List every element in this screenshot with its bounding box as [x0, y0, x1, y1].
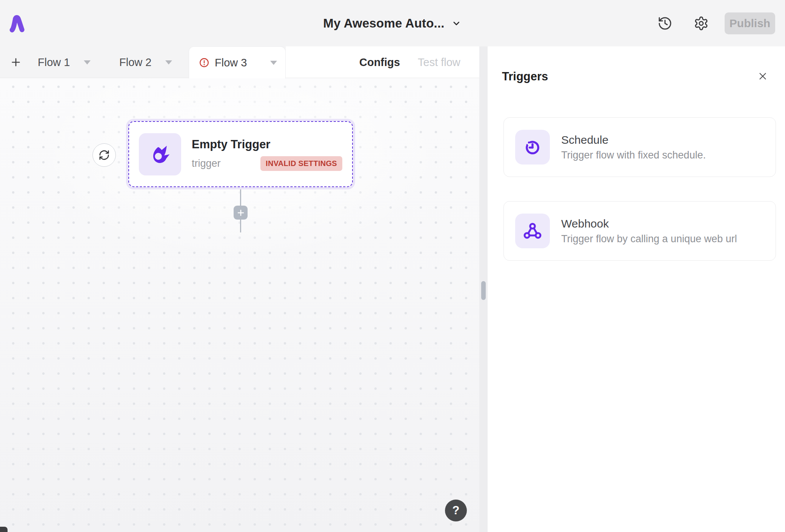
trigger-node[interactable]: Empty Trigger trigger INVALID SETTINGS — [128, 121, 353, 187]
history-icon — [657, 16, 673, 31]
trigger-node-text: Empty Trigger trigger INVALID SETTINGS — [192, 138, 342, 171]
flow-canvas[interactable]: Empty Trigger trigger INVALID SETTINGS — [0, 78, 479, 532]
card-description: Trigger flow with fixed schedule. — [561, 149, 706, 161]
dropdown-caret-icon — [165, 60, 172, 65]
swap-trigger-button[interactable] — [92, 143, 116, 167]
tab-configs[interactable]: Configs — [359, 56, 400, 69]
trigger-icon-box — [139, 133, 181, 175]
flame-icon — [148, 143, 172, 166]
add-step-button[interactable] — [234, 206, 248, 220]
dropdown-caret-icon — [270, 61, 277, 65]
card-text: Schedule Trigger flow with fixed schedul… — [561, 134, 706, 161]
trigger-node-subtitle: trigger — [192, 158, 221, 169]
card-description: Trigger flow by calling a unique web url — [561, 233, 737, 245]
tab-flow-2[interactable]: Flow 2 — [119, 46, 172, 78]
schedule-icon-box — [515, 130, 550, 165]
alert-circle-icon — [199, 57, 209, 68]
test-flow-button[interactable]: Test flow — [418, 56, 460, 69]
card-title: Schedule — [561, 134, 706, 146]
flow-builder-screen: My Awesome Auto... Publish — [0, 0, 785, 532]
flow-tab-bar: Flow 1 Flow 2 Flow 3 Configs Test flow — [0, 46, 479, 78]
close-panel-button[interactable] — [756, 70, 769, 83]
refresh-icon — [99, 149, 110, 161]
activepieces-logo-icon — [9, 13, 25, 34]
help-button[interactable]: ? — [445, 500, 467, 521]
gear-icon — [694, 16, 709, 31]
plus-icon — [10, 56, 22, 68]
panel-title: Triggers — [502, 70, 548, 83]
triggers-panel: Triggers Schedule Trigger flow with fixe… — [488, 46, 785, 532]
publish-button[interactable]: Publish — [725, 12, 775, 34]
card-text: Webhook Trigger flow by calling a unique… — [561, 217, 737, 245]
tab-label: Flow 1 — [38, 56, 70, 69]
webhook-icon — [523, 221, 542, 241]
add-flow-button[interactable] — [8, 54, 24, 71]
invalid-settings-badge: INVALID SETTINGS — [260, 156, 342, 171]
chevron-down-icon — [451, 18, 462, 29]
tab-label: Flow 3 — [215, 57, 247, 69]
trigger-card-schedule[interactable]: Schedule Trigger flow with fixed schedul… — [503, 117, 776, 177]
trigger-node-title: Empty Trigger — [192, 138, 342, 151]
top-bar: My Awesome Auto... Publish — [0, 0, 785, 46]
clock-icon — [523, 137, 542, 157]
tab-label: Flow 2 — [119, 56, 151, 69]
trigger-card-webhook[interactable]: Webhook Trigger flow by calling a unique… — [503, 201, 776, 261]
tab-flow-1[interactable]: Flow 1 — [38, 46, 91, 78]
flow-title-dropdown[interactable]: My Awesome Auto... — [323, 0, 462, 46]
history-button[interactable] — [657, 15, 673, 31]
dropdown-caret-icon — [84, 60, 91, 65]
webhook-icon-box — [515, 214, 550, 248]
settings-button[interactable] — [693, 15, 709, 31]
corner-widget — [0, 527, 8, 532]
trigger-node-selection-halo: Empty Trigger trigger INVALID SETTINGS — [126, 119, 355, 189]
canvas-scrollbar-track[interactable] — [479, 46, 488, 532]
close-icon — [757, 71, 768, 82]
card-title: Webhook — [561, 217, 737, 230]
plus-icon — [236, 208, 245, 217]
tab-flow-3-active[interactable]: Flow 3 — [189, 46, 286, 78]
canvas-scrollbar-thumb[interactable] — [481, 281, 486, 300]
flow-title: My Awesome Auto... — [323, 16, 444, 31]
app-logo[interactable] — [9, 13, 25, 34]
